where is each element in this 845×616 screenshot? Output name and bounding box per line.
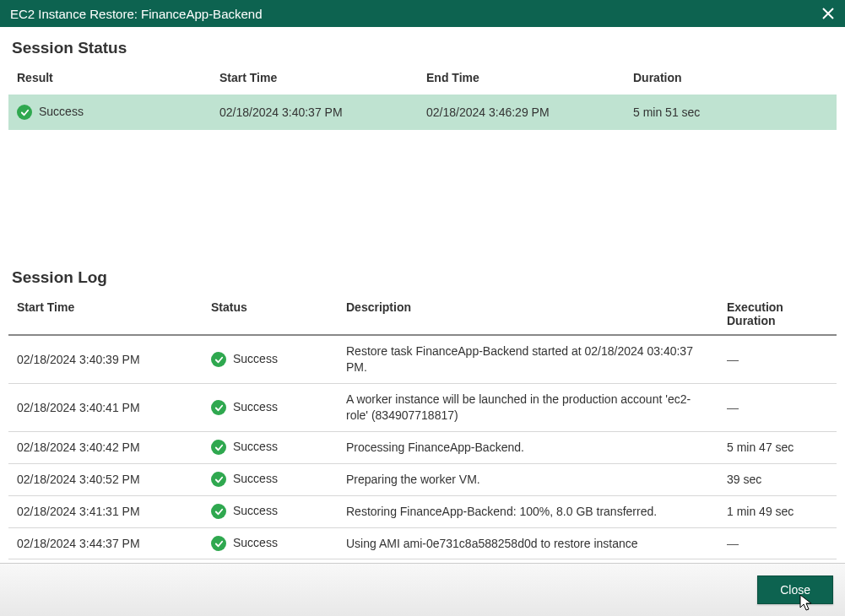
cell-start: 02/18/2024 3:41:31 PM — [8, 495, 203, 527]
success-icon — [211, 504, 226, 519]
status-text: Success — [233, 352, 278, 365]
log-row[interactable]: 02/18/2024 3:41:31 PMSuccessRestoring Fi… — [8, 495, 837, 527]
cell-duration: 5 min 47 sec — [718, 431, 837, 463]
cell-start: 02/18/2024 3:40:39 PM — [8, 336, 203, 383]
cell-status: Success — [203, 431, 338, 463]
cell-description: Using AMI ami-0e731c8a588258d0d to resto… — [338, 527, 718, 559]
cell-start: 02/18/2024 3:40:52 PM — [8, 463, 203, 495]
cell-duration: — — [718, 559, 837, 563]
close-icon[interactable] — [818, 3, 838, 24]
session-status-heading: Session Status — [0, 27, 845, 64]
col-start-time: Start Time — [8, 294, 203, 335]
cell-status: Success — [203, 495, 338, 527]
dialog-content: Session Status Result Start Time End Tim… — [0, 27, 845, 563]
cell-end: 02/18/2024 3:46:29 PM — [418, 95, 625, 130]
cell-result: Success — [8, 95, 211, 130]
success-icon — [211, 352, 226, 367]
session-log-header-table: Start Time Status Description Execution … — [8, 294, 837, 336]
cell-duration: 1 min 49 sec — [718, 495, 837, 527]
titlebar: EC2 Instance Restore: FinanceApp-Backend — [0, 0, 845, 27]
table-header-row: Start Time Status Description Execution … — [8, 294, 837, 335]
log-row[interactable]: 02/18/2024 3:40:42 PMSuccessProcessing F… — [8, 431, 837, 463]
log-row[interactable]: 02/18/2024 3:40:39 PMSuccessRestore task… — [8, 336, 837, 383]
cell-duration: — — [718, 336, 837, 383]
col-end-time: End Time — [418, 64, 625, 95]
cell-duration: 5 min 51 sec — [625, 95, 837, 130]
cell-description: Session finished at 02/18/2024 03:46:29 … — [338, 559, 718, 563]
cell-status: Success — [203, 384, 338, 432]
status-text: Success — [233, 472, 278, 485]
cell-start: 02/18/2024 3:46:29 PM — [8, 559, 203, 563]
cell-start: 02/18/2024 3:40:42 PM — [8, 431, 203, 463]
dialog-footer: Close — [0, 563, 845, 616]
result-text: Success — [39, 105, 84, 118]
cell-status: Success — [203, 559, 338, 563]
cell-duration: 39 sec — [718, 463, 837, 495]
status-row[interactable]: Success 02/18/2024 3:40:37 PM 02/18/2024… — [8, 95, 837, 130]
success-icon — [17, 105, 32, 120]
status-text: Success — [233, 440, 278, 453]
success-icon — [211, 472, 226, 487]
table-header-row: Result Start Time End Time Duration — [8, 64, 837, 95]
session-status-table: Result Start Time End Time Duration Succ… — [8, 64, 837, 130]
cell-description: Preparing the worker VM. — [338, 463, 718, 495]
status-text: Success — [233, 400, 278, 413]
session-log-scroll[interactable]: 02/18/2024 3:40:39 PMSuccessRestore task… — [8, 336, 837, 563]
cell-start: 02/18/2024 3:44:37 PM — [8, 527, 203, 559]
col-execution-duration: Execution Duration — [718, 294, 837, 335]
col-result: Result — [8, 64, 211, 95]
session-log-heading: Session Log — [0, 257, 845, 294]
col-duration: Duration — [625, 64, 837, 95]
col-status: Status — [203, 294, 338, 335]
session-log-table: 02/18/2024 3:40:39 PMSuccessRestore task… — [8, 336, 837, 563]
cell-status: Success — [203, 463, 338, 495]
cell-duration: — — [718, 527, 837, 559]
cell-description: Restoring FinanceApp-Backend: 100%, 8.0 … — [338, 495, 718, 527]
success-icon — [211, 536, 226, 551]
status-text: Success — [233, 504, 278, 517]
cell-description: Restore task FinanceApp-Backend started … — [338, 336, 718, 383]
col-description: Description — [338, 294, 718, 335]
success-icon — [211, 440, 226, 455]
cell-status: Success — [203, 527, 338, 559]
log-row[interactable]: 02/18/2024 3:40:41 PMSuccessA worker ins… — [8, 384, 837, 432]
cell-description: Processing FinanceApp-Backend. — [338, 431, 718, 463]
success-icon — [211, 400, 226, 415]
window-title: EC2 Instance Restore: FinanceApp-Backend — [10, 7, 263, 21]
status-text: Success — [233, 536, 278, 549]
cell-start: 02/18/2024 3:40:37 PM — [211, 95, 418, 130]
col-start-time: Start Time — [211, 64, 418, 95]
spacer — [0, 130, 845, 257]
log-row[interactable]: 02/18/2024 3:46:29 PMSuccessSession fini… — [8, 559, 837, 563]
cell-duration: — — [718, 384, 837, 432]
cell-status: Success — [203, 336, 338, 383]
session-log-wrapper: Start Time Status Description Execution … — [8, 294, 837, 563]
cell-start: 02/18/2024 3:40:41 PM — [8, 384, 203, 432]
log-row[interactable]: 02/18/2024 3:40:52 PMSuccessPreparing th… — [8, 463, 837, 495]
cell-description: A worker instance will be launched in th… — [338, 384, 718, 432]
close-button[interactable]: Close — [757, 575, 833, 604]
log-row[interactable]: 02/18/2024 3:44:37 PMSuccessUsing AMI am… — [8, 527, 837, 559]
